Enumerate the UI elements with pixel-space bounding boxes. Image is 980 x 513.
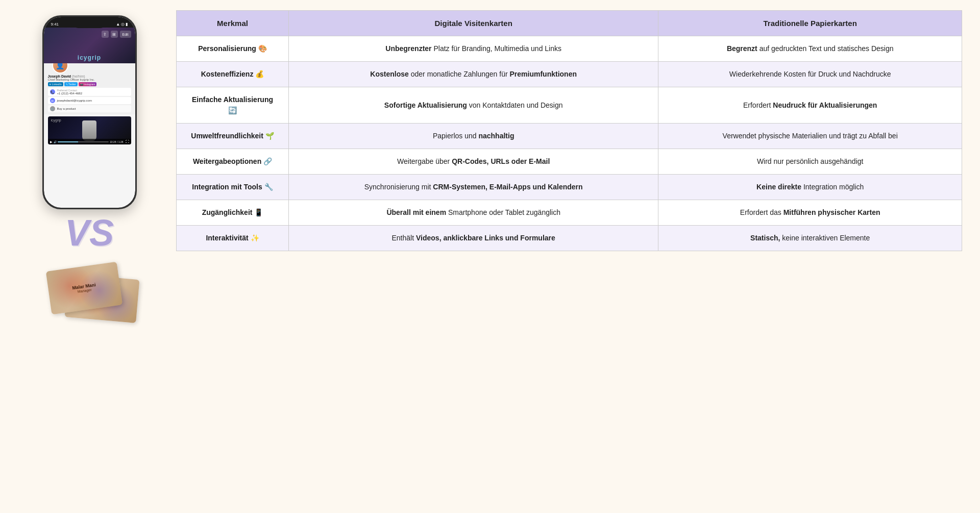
table-row: Interaktivität ✨Enthält Videos, anklickb… bbox=[177, 226, 962, 251]
video-logo: icygrip bbox=[51, 118, 61, 122]
traditional-cell: Wiederkehrende Kosten für Druck und Nach… bbox=[658, 62, 962, 87]
feature-cell: Zugänglichkeit 📱 bbox=[177, 200, 289, 226]
col-header-traditional: Traditionelle Papierkarten bbox=[658, 11, 962, 36]
feature-cell: Personalisierung 🎨 bbox=[177, 36, 289, 62]
video-progress bbox=[58, 141, 109, 142]
digital-cell: Papierlos und nachhaltig bbox=[289, 124, 658, 149]
cta-icon: 🛒 bbox=[50, 106, 55, 111]
table-row: Einfache Aktualisierung 🔄Sofortige Aktua… bbox=[177, 87, 962, 124]
table-row: Personalisierung 🎨Unbegrenzter Platz für… bbox=[177, 36, 962, 62]
phone-user-title: Chief Marketing Officer Icygrip Inc. bbox=[48, 78, 131, 81]
video-time: 10:24 / 1:26 bbox=[110, 140, 123, 143]
traditional-cell: Statisch, keine interaktiven Elemente bbox=[658, 226, 962, 251]
feature-cell: Kosteneffizienz 💰 bbox=[177, 62, 289, 87]
phone-preferred-contact: 📞 Preferred Contact +1 (212) 454-4682 bbox=[48, 88, 131, 96]
table-row: Weitergabeoptionen 🔗Weitergabe über QR-C… bbox=[177, 149, 962, 175]
traditional-cell: Erfordert Neudruck für Aktualisierungen bbox=[658, 87, 962, 124]
table-body: Personalisierung 🎨Unbegrenzter Platz für… bbox=[177, 36, 962, 251]
digital-cell: Weitergabe über QR-Codes, URLs oder E-Ma… bbox=[289, 149, 658, 175]
share-icon: ⇪ bbox=[102, 31, 109, 38]
col-header-feature: Merkmal bbox=[177, 11, 289, 36]
feature-cell: Weitergabeoptionen 🔗 bbox=[177, 149, 289, 175]
fullscreen-icon: ⛶ bbox=[126, 140, 129, 143]
linkedin-badge: in LinkedIn bbox=[48, 82, 63, 86]
play-icon: ▶ bbox=[50, 140, 53, 143]
traditional-cell: Verwendet physische Materialien und träg… bbox=[658, 124, 962, 149]
table-header-row: Merkmal Digitale Visitenkarten Tradition… bbox=[177, 11, 962, 36]
table-row: Umweltfreundlichkeit 🌱Papierlos und nach… bbox=[177, 124, 962, 149]
phone-header: icygrip ⇪ ⊞ Edit bbox=[44, 28, 135, 63]
twitter-badge: 𝕏 Twitter bbox=[64, 82, 78, 86]
traditional-cell: Keine direkte Integration möglich bbox=[658, 175, 962, 200]
traditional-cell: Begrenzt auf gedruckten Text und statisc… bbox=[658, 36, 962, 62]
phone-user-name: Joseph David (he/him) bbox=[48, 75, 131, 78]
phone-video-area: icygrip ▶ 🔊 10:24 / 1:26 ⛶ bbox=[48, 116, 131, 144]
phone-email-row: ✉ josephdavid@icygrip.com bbox=[48, 97, 131, 104]
phone-play-bar: ▶ 🔊 10:24 / 1:26 ⛶ bbox=[48, 139, 131, 144]
comparison-table-container: Merkmal Digitale Visitenkarten Tradition… bbox=[168, 5, 970, 256]
phone-contact-info: Preferred Contact +1 (212) 454-4682 bbox=[57, 89, 83, 95]
phone-notch bbox=[71, 17, 107, 28]
phone-time: 9:41 bbox=[51, 22, 59, 27]
email-icon: ✉ bbox=[50, 98, 55, 103]
table-row: Integration mit Tools 🔧Synchronisierung … bbox=[177, 175, 962, 200]
phone-number: +1 (212) 454-4682 bbox=[57, 92, 83, 95]
volume-icon: 🔊 bbox=[54, 140, 57, 143]
logo-grip: grip bbox=[88, 54, 102, 61]
phone-screen: 9:41 ▲ ◎ ▮ icygrip ⇪ ⊞ Edit 👤 Joseph Dav… bbox=[44, 17, 135, 208]
phone-cta-row: 🛒 Buy a product bbox=[48, 105, 131, 112]
table-row: Kosteneffizienz 💰Kostenlose oder monatli… bbox=[177, 62, 962, 87]
feature-cell: Integration mit Tools 🔧 bbox=[177, 175, 289, 200]
feature-cell: Interaktivität ✨ bbox=[177, 226, 289, 251]
instagram-badge: 📷 Instagram bbox=[79, 82, 97, 86]
video-progress-fill bbox=[58, 141, 78, 142]
traditional-cell: Erfordert das Mitführen physischer Karte… bbox=[658, 200, 962, 226]
digital-cell: Sofortige Aktualisierung von Kontaktdate… bbox=[289, 87, 658, 124]
comparison-table: Merkmal Digitale Visitenkarten Tradition… bbox=[176, 10, 962, 251]
edit-button[interactable]: Edit bbox=[120, 31, 131, 38]
digital-cell: Enthält Videos, anklickbare Links und Fo… bbox=[289, 226, 658, 251]
digital-cell: Überall mit einem Smartphone oder Tablet… bbox=[289, 200, 658, 226]
phone-profile-area: 👤 Joseph David (he/him) Chief Marketing … bbox=[44, 63, 135, 114]
phone-logo: icygrip bbox=[78, 54, 101, 61]
traditional-cell: Wird nur persönlich ausgehändigt bbox=[658, 149, 962, 175]
feature-cell: Umweltfreundlichkeit 🌱 bbox=[177, 124, 289, 149]
digital-cell: Unbegrenzter Platz für Branding, Multime… bbox=[289, 36, 658, 62]
col-header-digital: Digitale Visitenkarten bbox=[289, 11, 658, 36]
grid-icon: ⊞ bbox=[111, 31, 118, 38]
table-row: Zugänglichkeit 📱Überall mit einem Smartp… bbox=[177, 200, 962, 226]
logo-icy: icy bbox=[78, 54, 88, 61]
phone-signals: ▲ ◎ ▮ bbox=[116, 22, 128, 27]
phone-social-badges: in LinkedIn 𝕏 Twitter 📷 Instagram bbox=[48, 82, 131, 86]
paper-cards: Malar Mani Manager Malar bbox=[38, 259, 140, 325]
left-panel: 9:41 ▲ ◎ ▮ icygrip ⇪ ⊞ Edit 👤 Joseph Dav… bbox=[10, 5, 168, 335]
phone-icon: 📞 bbox=[50, 89, 55, 94]
vs-label: VS bbox=[65, 214, 114, 251]
feature-cell: Einfache Aktualisierung 🔄 bbox=[177, 87, 289, 124]
phone-email: josephdavid@icygrip.com bbox=[57, 99, 92, 102]
digital-cell: Kostenlose oder monatliche Zahlungen für… bbox=[289, 62, 658, 87]
digital-cell: Synchronisierung mit CRM-Systemen, E-Mai… bbox=[289, 175, 658, 200]
product-image bbox=[82, 120, 96, 141]
phone-cta: Buy a product bbox=[57, 107, 76, 110]
phone-mockup: 9:41 ▲ ◎ ▮ icygrip ⇪ ⊞ Edit 👤 Joseph Dav… bbox=[42, 15, 137, 209]
